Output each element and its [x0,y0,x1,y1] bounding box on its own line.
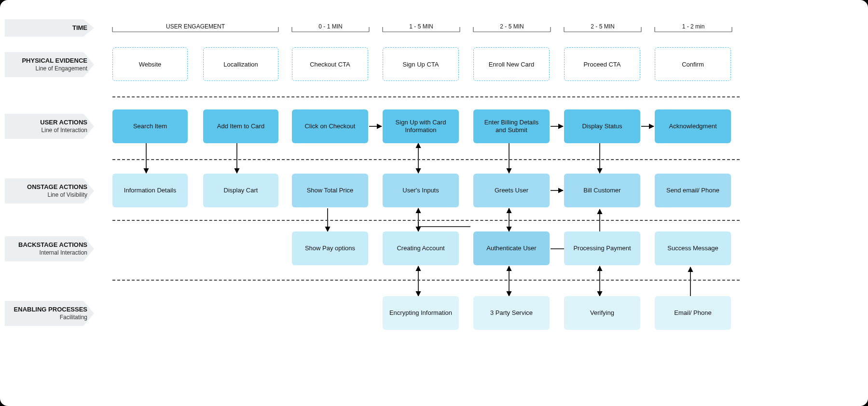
time-header: 2 - 5 MIN [564,23,641,30]
evidence-card: Confirm [655,47,731,81]
divider [112,220,740,221]
onstage-card: Display Cart [203,174,278,207]
user-action-card: Click on Checkout [292,109,368,143]
row-sub: Internal Interaction [40,249,87,257]
row-label-backstage: BACKSTAGE ACTIONS Internal Interaction [5,236,94,261]
row-title: PHYSICAL EVIDENCE [22,57,87,65]
backstage-card: Creating Account [383,231,459,265]
evidence-card: Checkout CTA [292,47,368,81]
evidence-card: Proceed CTA [564,47,640,81]
time-header: 2 - 5 MIN [473,23,551,30]
row-label-user: USER ACTIONS Line of Interaction [5,114,94,139]
evidence-card: Website [112,47,188,81]
time-header: 0 - 1 MIN [292,23,369,30]
user-action-card: Add Item to Card [203,109,278,143]
onstage-card: User's Inputs [383,174,459,207]
backstage-card: Success Message [655,231,731,265]
divider [112,96,740,97]
onstage-card: Information Details [112,174,188,207]
onstage-card: Greets User [473,174,550,207]
enabling-card: Encrypting Information [383,296,459,330]
evidence-card: Locallization [203,47,278,81]
onstage-card: Bill Customer [564,174,640,207]
row-sub: Line of Interaction [41,127,87,134]
enabling-card: Verifying [564,296,640,330]
divider [112,159,740,160]
service-blueprint-diagram: TIME PHYSICAL EVIDENCE Line of Engagemen… [0,0,868,406]
row-title: ENABLING PROCESSES [14,306,87,313]
backstage-card: Authenticate User [473,231,550,265]
row-label-enabling: ENABLING PROCESSES Facilitating [5,301,94,326]
evidence-card: Sign Up CTA [383,47,459,81]
backstage-card: Processing Payment [564,231,640,265]
user-action-card: Acknowledgment [655,109,731,143]
enabling-card: 3 Party Service [473,296,550,330]
row-label-onstage: ONSTAGE ACTIONS Line of Visibility [5,178,94,203]
enabling-card: Email/ Phone [655,296,731,330]
row-title: ONSTAGE ACTIONS [27,183,87,191]
time-header: 1 - 2 min [655,23,732,30]
user-action-card: Display Status [564,109,640,143]
row-sub: Line of Visibility [48,191,88,199]
evidence-card: Enroll New Card [473,47,550,81]
row-title: USER ACTIONS [40,119,87,126]
onstage-card: Show Total Price [292,174,368,207]
time-header: USER ENGAGEMENT [112,23,278,30]
divider [112,280,740,281]
row-label-evidence: PHYSICAL EVIDENCE Line of Engagement [5,52,94,77]
row-title: BACKSTAGE ACTIONS [18,241,87,249]
row-sub: Facilitating [60,314,87,321]
user-action-card: Sign Up with Card Information [383,109,459,143]
row-sub: Line of Engagement [36,65,87,72]
user-action-card: Search Item [112,109,188,143]
time-header: 1 - 5 MIN [383,23,460,30]
onstage-card: Send email/ Phone [655,174,731,207]
backstage-card: Show Pay options [292,231,368,265]
user-action-card: Enter Billing Details and Submit [473,109,550,143]
row-label-time: TIME [5,19,94,37]
row-title: TIME [72,24,87,32]
